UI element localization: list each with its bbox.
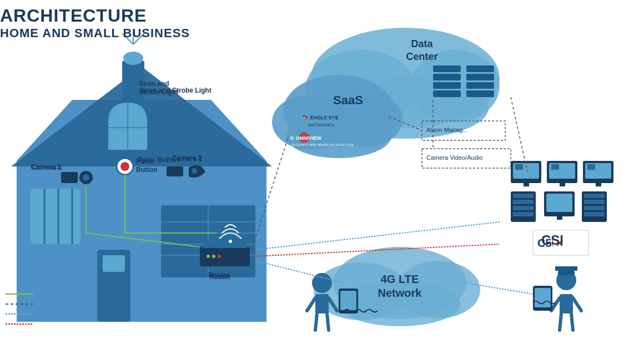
svg-line-118	[560, 313, 561, 330]
svg-rect-91	[584, 200, 605, 204]
svg-point-33	[218, 255, 221, 258]
svg-rect-51	[466, 65, 494, 72]
svg-rect-48	[433, 74, 461, 80]
svg-rect-8	[103, 255, 125, 272]
svg-line-131	[511, 97, 527, 172]
svg-point-25	[83, 174, 89, 181]
svg-text:Alarm Manag...: Alarm Manag...	[426, 127, 468, 133]
svg-rect-85	[513, 212, 534, 216]
svg-rect-87	[546, 194, 572, 212]
svg-rect-78	[515, 164, 523, 170]
svg-rect-111	[340, 291, 356, 310]
svg-point-31	[207, 255, 210, 258]
svg-rect-92	[584, 206, 605, 210]
svg-rect-71	[524, 183, 529, 186]
svg-point-3	[123, 52, 143, 65]
svg-rect-82	[513, 194, 534, 198]
svg-point-32	[212, 255, 215, 258]
svg-line-117	[573, 298, 581, 311]
svg-rect-53	[466, 82, 494, 89]
svg-rect-52	[466, 74, 494, 80]
router-label: Router	[209, 273, 231, 281]
svg-line-109	[327, 313, 329, 330]
svg-point-30	[229, 240, 232, 243]
svg-rect-54	[466, 90, 494, 97]
camera2-label: Camera 2	[172, 154, 202, 162]
svg-point-27	[192, 168, 197, 174]
svg-text:🦅 EAGLE EYE: 🦅 EAGLE EYE	[303, 114, 339, 121]
svg-rect-29	[203, 241, 247, 248]
title-line2: HOME AND SMALL BUSINESS	[0, 26, 190, 41]
svg-text:Camera Video/Audio: Camera Video/Audio	[426, 154, 482, 161]
svg-text:Button: Button	[136, 166, 158, 174]
svg-rect-113	[558, 271, 575, 275]
svg-text:Network: Network	[378, 287, 422, 299]
svg-point-22	[120, 162, 129, 171]
svg-rect-105	[315, 294, 329, 313]
svg-rect-88	[557, 216, 562, 220]
svg-rect-49	[433, 82, 461, 89]
svg-rect-74	[560, 183, 565, 186]
svg-rect-93	[584, 212, 605, 216]
svg-text:Center: Center	[406, 51, 437, 62]
svg-rect-90	[584, 194, 605, 198]
diagram-svg: Siren and Strobe Light Panic Button Came…	[0, 0, 644, 344]
svg-rect-121	[535, 288, 551, 307]
title-line1: ARCHITECTURE	[0, 6, 190, 26]
svg-rect-79	[551, 164, 559, 170]
svg-rect-26	[167, 166, 183, 176]
svg-line-119	[571, 313, 573, 330]
svg-rect-83	[513, 200, 534, 204]
svg-rect-47	[433, 65, 461, 72]
svg-text:SECURITY WAS NEVER SO EFFECTIV: SECURITY WAS NEVER SO EFFECTIVE	[291, 143, 354, 146]
svg-rect-50	[433, 90, 461, 97]
svg-text:SaaS: SaaS	[333, 93, 363, 107]
svg-text:4G LTE: 4G LTE	[381, 273, 419, 285]
svg-rect-115	[560, 294, 573, 313]
svg-line-106	[307, 298, 315, 311]
svg-text:⊙ OMNIVIEW: ⊙ OMNIVIEW	[290, 135, 322, 141]
siren-label: Siren and Strobe Light	[140, 86, 212, 95]
svg-rect-114	[555, 266, 577, 271]
main-container: ARCHITECTURE HOME AND SMALL BUSINESS	[0, 0, 644, 344]
camera1-label: Camera 1	[32, 164, 62, 171]
svg-rect-23	[61, 172, 78, 183]
svg-line-108	[315, 313, 317, 330]
svg-rect-80	[587, 164, 595, 170]
svg-text:NETWORKS: NETWORKS	[308, 123, 334, 128]
svg-line-127	[255, 222, 500, 250]
csi-label: CSI	[541, 232, 564, 248]
svg-text:Data: Data	[411, 38, 433, 49]
svg-rect-84	[513, 206, 534, 210]
title-block: ARCHITECTURE HOME AND SMALL BUSINESS	[0, 6, 190, 41]
svg-rect-77	[596, 183, 601, 186]
